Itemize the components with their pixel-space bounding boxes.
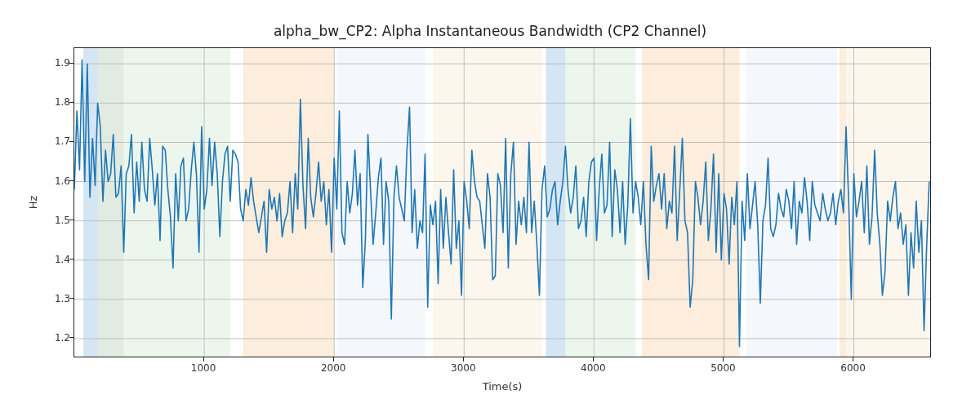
y-tick-mark bbox=[69, 102, 74, 103]
y-tick-label: 1.4 bbox=[38, 254, 70, 265]
y-tick-mark bbox=[69, 63, 74, 64]
x-axis-label: Time(s) bbox=[483, 380, 523, 392]
x-tick-mark bbox=[593, 357, 594, 361]
phase-band bbox=[746, 48, 837, 357]
x-tick-label: 1000 bbox=[191, 362, 216, 374]
x-tick-label: 6000 bbox=[840, 362, 866, 374]
phase-band bbox=[98, 48, 124, 357]
y-tick-label: 1.2 bbox=[38, 332, 70, 344]
x-tick-mark bbox=[853, 357, 853, 361]
x-tick-label: 3000 bbox=[451, 362, 476, 374]
chart-title: alpha_bw_CP2: Alpha Instantaneous Bandwi… bbox=[0, 23, 980, 39]
x-tick-mark bbox=[723, 357, 724, 361]
plot-area bbox=[74, 47, 931, 357]
y-tick-mark bbox=[69, 298, 74, 299]
y-tick-label: 1.5 bbox=[38, 215, 70, 226]
x-tick-mark bbox=[463, 357, 464, 361]
y-tick-mark bbox=[69, 180, 74, 181]
y-axis-label: Hz bbox=[27, 196, 39, 210]
y-tick-label: 1.3 bbox=[38, 293, 70, 304]
x-tick-label: 5000 bbox=[710, 362, 736, 374]
y-tick-label: 1.7 bbox=[38, 135, 70, 147]
phase-band bbox=[83, 48, 98, 357]
x-tick-label: 2000 bbox=[321, 362, 346, 374]
y-tick-mark bbox=[69, 259, 74, 259]
y-tick-mark bbox=[69, 337, 74, 338]
plot-svg bbox=[74, 48, 931, 357]
y-tick-mark bbox=[69, 220, 74, 220]
y-tick-label: 1.6 bbox=[38, 175, 70, 187]
y-tick-mark bbox=[69, 141, 74, 142]
x-tick-mark bbox=[333, 357, 334, 361]
phase-band bbox=[433, 48, 542, 357]
y-tick-label: 1.8 bbox=[38, 96, 70, 108]
x-tick-mark bbox=[203, 357, 204, 361]
y-tick-label: 1.9 bbox=[38, 57, 70, 69]
phase-band bbox=[565, 48, 635, 357]
figure: alpha_bw_CP2: Alpha Instantaneous Bandwi… bbox=[0, 0, 980, 408]
x-tick-label: 4000 bbox=[581, 362, 606, 374]
